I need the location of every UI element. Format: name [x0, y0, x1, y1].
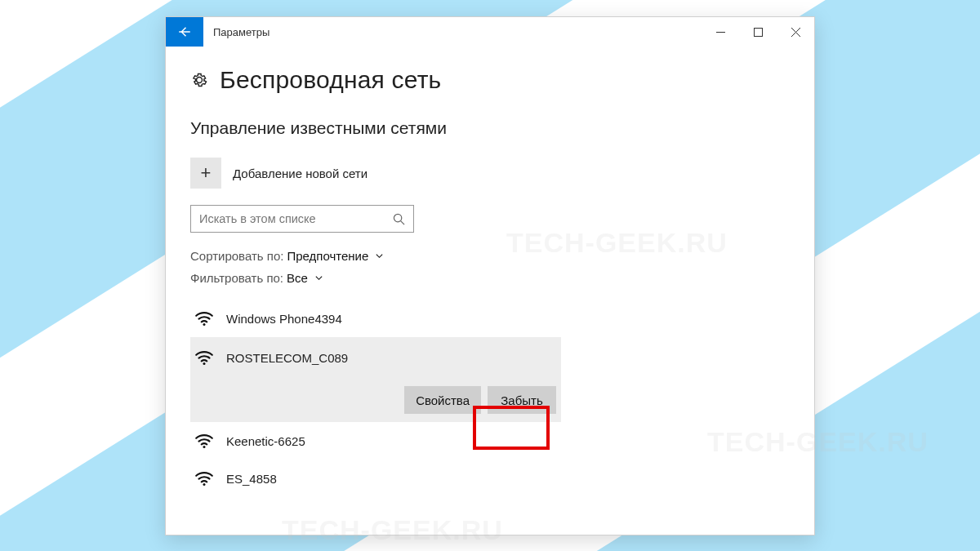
properties-button[interactable]: Свойства	[404, 386, 481, 414]
svg-point-6	[203, 483, 205, 486]
wifi-icon	[194, 347, 215, 368]
filter-dropdown[interactable]: Все	[287, 271, 323, 285]
minimize-button[interactable]	[702, 17, 739, 47]
close-icon	[791, 28, 800, 37]
add-network-label: Добавление новой сети	[233, 167, 368, 180]
add-network-button[interactable]: + Добавление новой сети	[190, 158, 790, 189]
window-title: Параметры	[203, 17, 702, 47]
svg-point-1	[394, 214, 401, 221]
arrow-left-icon	[177, 24, 192, 39]
chevron-down-icon	[314, 271, 323, 285]
plus-icon: +	[190, 158, 221, 189]
search-icon	[393, 213, 405, 225]
svg-point-4	[203, 362, 205, 365]
page-title: Беспроводная сеть	[220, 66, 441, 94]
svg-point-5	[203, 446, 205, 448]
search-input[interactable]	[199, 212, 393, 225]
chevron-down-icon	[375, 249, 384, 263]
filter-value: Все	[287, 271, 308, 285]
network-item[interactable]: Keenetic-6625	[190, 422, 561, 460]
titlebar: Параметры	[166, 17, 814, 47]
svg-point-3	[203, 323, 205, 326]
svg-rect-0	[754, 28, 762, 36]
gear-icon	[190, 71, 208, 89]
network-item[interactable]: Windows Phone4394	[190, 300, 561, 337]
window-controls	[702, 17, 814, 47]
search-box[interactable]	[190, 205, 414, 233]
wifi-icon	[194, 308, 215, 329]
minimize-icon	[716, 28, 725, 37]
section-subheading: Управление известными сетями	[190, 118, 790, 138]
wifi-icon	[194, 430, 215, 451]
network-name: Windows Phone4394	[226, 312, 342, 326]
maximize-icon	[754, 28, 763, 37]
network-name: Keenetic-6625	[226, 434, 305, 448]
filter-label: Фильтровать по:	[190, 271, 283, 285]
network-name: ES_4858	[226, 472, 277, 486]
network-item-selected[interactable]: ROSTELECOM_C089 Свойства Забыть	[190, 337, 561, 422]
content-area: Беспроводная сеть Управление известными …	[166, 47, 814, 535]
network-list: Windows Phone4394 ROSTELECOM_C089 Свойст…	[190, 300, 561, 497]
sort-dropdown[interactable]: Предпочтение	[287, 249, 384, 263]
sort-row: Сортировать по: Предпочтение	[190, 249, 790, 263]
page-header: Беспроводная сеть	[190, 66, 790, 94]
settings-window: Параметры Беспроводная сеть Управление и…	[165, 16, 815, 535]
close-button[interactable]	[777, 17, 814, 47]
back-button[interactable]	[166, 17, 203, 47]
svg-line-2	[401, 220, 405, 224]
network-name: ROSTELECOM_C089	[226, 351, 348, 365]
wifi-icon	[194, 468, 215, 489]
network-actions: Свойства Забыть	[190, 373, 561, 422]
forget-button[interactable]: Забыть	[488, 386, 556, 414]
maximize-button[interactable]	[739, 17, 777, 47]
sort-label: Сортировать по:	[190, 249, 283, 263]
sort-value: Предпочтение	[287, 249, 368, 263]
filter-row: Фильтровать по: Все	[190, 271, 790, 285]
network-item[interactable]: ES_4858	[190, 460, 561, 497]
